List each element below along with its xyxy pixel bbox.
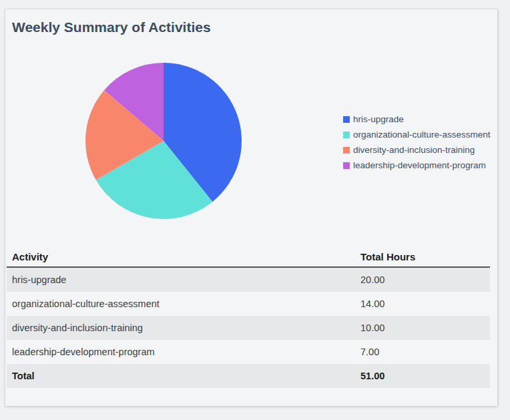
cell-total-hours: 14.00 (355, 292, 490, 316)
cell-total-hours: 7.00 (355, 340, 490, 364)
table-row-diversity-and-inclusion-training: diversity-and-inclusion-training10.00 (7, 316, 490, 340)
cell-activity: hris-upgrade (7, 267, 355, 292)
cell-activity: diversity-and-inclusion-training (7, 316, 355, 340)
legend-label: organizational-culture-assessment (353, 130, 491, 140)
cell-activity: Total (7, 364, 355, 388)
chart-legend: hris-upgradeorganizational-culture-asses… (343, 112, 491, 173)
legend-item-hris-upgrade[interactable]: hris-upgrade (343, 112, 491, 127)
legend-swatch-icon (343, 132, 350, 138)
cell-activity: leadership-development-program (7, 340, 355, 364)
cell-total-hours: 51.00 (355, 364, 490, 388)
legend-label: diversity-and-inclusion-training (353, 145, 475, 155)
legend-item-organizational-culture-assessment[interactable]: organizational-culture-assessment (343, 127, 491, 142)
pie-chart (85, 63, 242, 219)
cell-total-hours: 20.00 (355, 267, 490, 292)
cell-activity: organizational-culture-assessment (7, 292, 355, 316)
table-row-organizational-culture-assessment: organizational-culture-assessment14.00 (7, 292, 490, 316)
card-title: Weekly Summary of Activities (12, 19, 211, 35)
weekly-summary-card: Weekly Summary of Activities hris-upgrad… (5, 9, 497, 406)
table-row-total: Total51.00 (7, 364, 490, 388)
table-header-row: Activity Total Hours (7, 247, 490, 267)
legend-label: hris-upgrade (353, 114, 404, 124)
legend-swatch-icon (343, 116, 350, 123)
col-header-total-hours: Total Hours (355, 247, 490, 267)
legend-swatch-icon (343, 147, 350, 154)
table-row-leadership-development-program: leadership-development-program7.00 (7, 340, 490, 364)
table-row-hris-upgrade: hris-upgrade20.00 (7, 267, 490, 292)
legend-item-diversity-and-inclusion-training[interactable]: diversity-and-inclusion-training (343, 142, 491, 158)
legend-swatch-icon (343, 162, 350, 169)
legend-label: leadership-development-program (353, 160, 486, 170)
summary-table: Activity Total Hours hris-upgrade20.00or… (7, 247, 490, 388)
summary-table-wrap: Activity Total Hours hris-upgrade20.00or… (7, 247, 490, 388)
legend-item-leadership-development-program[interactable]: leadership-development-program (343, 158, 491, 173)
cell-total-hours: 10.00 (355, 316, 490, 340)
page: { "card": { "title": "Weekly Summary of … (0, 0, 510, 420)
col-header-activity: Activity (7, 247, 355, 267)
